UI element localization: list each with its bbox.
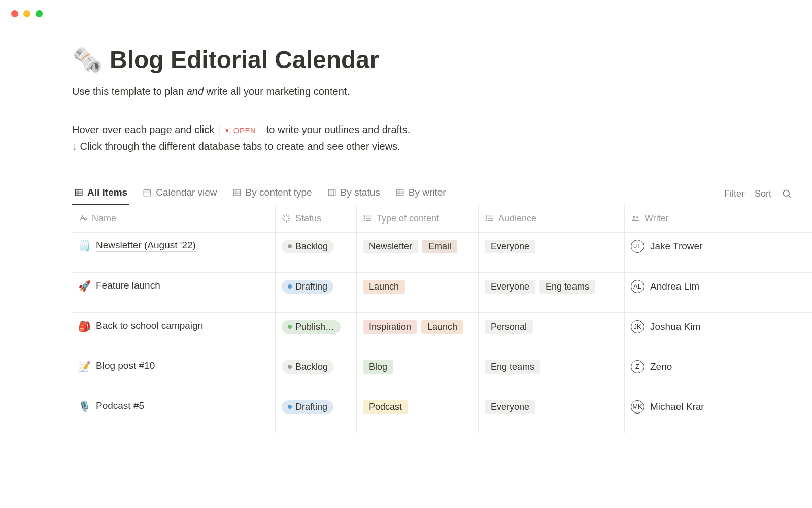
cell-writer[interactable]: ALAndrea Lim [624, 273, 812, 312]
row-title: Back to school campaign [96, 320, 203, 332]
row-title: Blog post #10 [96, 360, 155, 372]
table-header: Name Status Type of content Audience [72, 205, 812, 233]
cell-status[interactable]: Backlog [275, 353, 356, 393]
status-dot-icon [288, 365, 292, 369]
status-dot-icon [288, 325, 292, 329]
type-tag: Blog [363, 360, 393, 374]
cell-name[interactable]: 📝Blog post #10 [72, 353, 275, 393]
status-badge: Backlog [282, 360, 334, 374]
tab-label: All items [87, 187, 127, 198]
cell-type[interactable]: NewsletterEmail [356, 233, 478, 272]
cell-type[interactable]: InspirationLaunch [356, 313, 478, 353]
audience-tag: Everyone [485, 240, 535, 253]
cell-audience[interactable]: Everyone [478, 393, 624, 433]
column-header-status[interactable]: Status [275, 205, 356, 232]
tab-by-status[interactable]: By status [325, 183, 382, 205]
instruction-line-1: Hover over each page and click OPEN to w… [72, 121, 812, 138]
table-row[interactable]: 🗒️Newsletter (August '22)BacklogNewslett… [72, 233, 812, 273]
cell-status[interactable]: Backlog [275, 233, 356, 272]
column-label: Status [295, 213, 321, 224]
cell-type[interactable]: Blog [356, 353, 478, 393]
filter-button[interactable]: Filter [724, 188, 745, 199]
multiselect-column-icon [363, 214, 372, 223]
table-row[interactable]: 🚀Feature launchDraftingLaunchEveryoneEng… [72, 273, 812, 313]
open-chip: OPEN [219, 123, 262, 138]
avatar: AL [631, 280, 644, 293]
audience-tag: Everyone [485, 400, 535, 414]
instruction-line-1a: Hover over each page and click [72, 124, 217, 135]
avatar: MK [631, 400, 644, 414]
window-controls [0, 0, 812, 17]
type-tag: Launch [363, 280, 405, 294]
row-icon: 🎒 [78, 320, 91, 332]
row-icon: 🗒️ [78, 240, 91, 252]
text-column-icon [78, 214, 87, 223]
page-subtitle: Use this template to plan and write all … [72, 84, 812, 99]
cell-name[interactable]: 🎒Back to school campaign [72, 313, 275, 353]
column-header-audience[interactable]: Audience [478, 205, 624, 232]
svg-line-5 [288, 220, 289, 221]
svg-point-17 [486, 218, 487, 219]
cell-writer[interactable]: JTJake Trower [624, 233, 812, 272]
cell-type[interactable]: Launch [356, 273, 478, 312]
svg-point-11 [364, 218, 365, 219]
cell-name[interactable]: 🗒️Newsletter (August '22) [72, 233, 275, 272]
status-label: Backlog [295, 241, 328, 252]
cell-status[interactable]: Publish… [275, 313, 356, 353]
table-row[interactable]: 📝Blog post #10BacklogBlogEng teamsZZeno [72, 353, 812, 393]
tab-calendar-view[interactable]: Calendar view [141, 183, 219, 205]
cell-type[interactable]: Podcast [356, 393, 478, 433]
person-column-icon [631, 214, 640, 223]
status-badge: Drafting [282, 280, 333, 294]
cell-writer[interactable]: ZZeno [624, 353, 812, 393]
row-icon: 🎙️ [78, 400, 91, 412]
cell-writer[interactable]: JKJoshua Kim [624, 313, 812, 353]
cell-name[interactable]: 🚀Feature launch [72, 273, 275, 312]
page-icon[interactable]: 🗞️ [72, 48, 103, 72]
tab-by-writer[interactable]: By writer [393, 183, 448, 205]
calendar-icon [143, 188, 152, 197]
cell-status[interactable]: Drafting [275, 393, 356, 433]
table-row[interactable]: 🎙️Podcast #5DraftingPodcastEveryoneMKMic… [72, 393, 812, 433]
cell-audience[interactable]: Eng teams [478, 353, 624, 393]
cell-audience[interactable]: Personal [478, 313, 624, 353]
tab-label: Calendar view [156, 187, 217, 198]
cell-writer[interactable]: MKMichael Krar [624, 393, 812, 433]
type-tag: Podcast [363, 400, 408, 414]
search-button[interactable] [782, 188, 792, 199]
subtitle-part-b: write all your marketing content. [204, 86, 350, 97]
row-icon: 📝 [78, 360, 91, 372]
status-label: Drafting [295, 281, 327, 292]
writer-name: Andrea Lim [650, 281, 699, 292]
minimize-window-button[interactable] [23, 10, 30, 17]
writer-name: Joshua Kim [650, 321, 700, 332]
sort-button[interactable]: Sort [755, 188, 771, 199]
svg-point-10 [364, 216, 365, 217]
column-header-name[interactable]: Name [72, 205, 275, 232]
multiselect-column-icon [485, 214, 494, 223]
type-tag: Inspiration [363, 320, 417, 334]
svg-point-12 [364, 220, 365, 221]
instruction-line-1b: to write your outlines and drafts. [266, 124, 410, 135]
column-header-type[interactable]: Type of content [356, 205, 478, 232]
table-icon [232, 188, 242, 197]
column-label: Name [92, 213, 116, 224]
page-title[interactable]: Blog Editorial Calendar [110, 46, 379, 74]
cell-audience[interactable]: EveryoneEng teams [478, 273, 624, 312]
row-title: Newsletter (August '22) [96, 240, 196, 252]
close-window-button[interactable] [11, 10, 18, 17]
tab-by-content-type[interactable]: By content type [230, 183, 314, 205]
cell-status[interactable]: Drafting [275, 273, 356, 312]
maximize-window-button[interactable] [36, 10, 43, 17]
table-row[interactable]: 🎒Back to school campaignPublish…Inspirat… [72, 313, 812, 353]
row-title: Feature launch [96, 280, 160, 292]
tab-all-items[interactable]: All items [72, 183, 129, 205]
subtitle-and: and [187, 86, 204, 97]
cell-name[interactable]: 🎙️Podcast #5 [72, 393, 275, 433]
svg-line-4 [284, 216, 285, 217]
cell-audience[interactable]: Everyone [478, 233, 624, 272]
tab-label: By content type [246, 187, 312, 198]
subtitle-part-a: Use this template to plan [72, 86, 187, 97]
column-header-writer[interactable]: Writer [624, 205, 812, 232]
audience-tag: Eng teams [485, 360, 540, 374]
